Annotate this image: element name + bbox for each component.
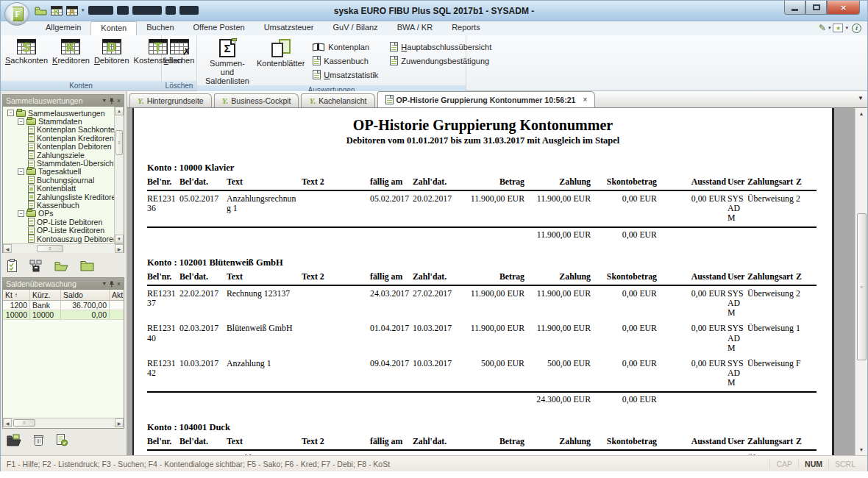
tree-item[interactable]: Kontoauszug Debitoren [3, 235, 124, 243]
num-lock-indicator: NUM [798, 460, 828, 468]
tree-item[interactable]: Kassenbuch [3, 201, 124, 209]
open-folder-icon[interactable] [54, 260, 68, 271]
table-row: RE12314002.03.2017Blütenweiß GmbH01.04.2… [147, 321, 817, 356]
tab-close-icon[interactable]: × [583, 96, 587, 104]
chevron-down-icon[interactable]: ▾ [103, 98, 106, 104]
ribbon-tab-bwa-kr[interactable]: BWA / KR [388, 21, 443, 35]
tree-item[interactable]: OP-Liste Debitoren [3, 218, 124, 226]
checklist-icon[interactable] [7, 259, 18, 273]
tree-item[interactable]: Kontenplan Debitoren [3, 143, 124, 151]
scroll-left-icon[interactable]: ◀ [3, 244, 12, 253]
report-vertical-scrollbar[interactable]: ▲ ≡ ▼ [855, 108, 867, 455]
tab-business-cockpit[interactable]: Y. Business-Cockpit [214, 93, 299, 107]
ribbon-tab-konten[interactable]: Konten [90, 21, 137, 35]
tab-op-historie[interactable]: OP-Historie Gruppierung Kontonummer 10:5… [377, 91, 596, 107]
tab-kachelansicht[interactable]: Y. Kachelansicht [301, 93, 374, 107]
close-button[interactable]: × [827, 1, 860, 15]
skin-dropdown-icon[interactable]: ▾ [845, 25, 848, 31]
pencil-dropdown-icon[interactable]: ▾ [828, 25, 831, 31]
export-structure-icon[interactable] [29, 260, 43, 272]
tree-item[interactable]: Kontenplan Kreditoren [3, 134, 124, 142]
pin-icon[interactable] [109, 281, 114, 288]
tree-item-group[interactable]: -Tagesaktuell [3, 168, 124, 176]
tree-item-group[interactable]: -Stammdaten [3, 117, 124, 125]
page-icon [28, 143, 35, 151]
scroll-left-icon[interactable]: ◀ [3, 418, 12, 427]
page-icon [28, 235, 35, 243]
tree-horizontal-scrollbar[interactable]: ◀ ≡ ▶ [3, 243, 124, 253]
open-folder-doc-icon[interactable] [7, 434, 21, 446]
minimize-button[interactable] [784, 1, 805, 15]
pin-icon[interactable] [109, 98, 114, 104]
chevron-down-icon[interactable]: ▾ [103, 281, 106, 287]
analyses-toolbar [7, 259, 94, 273]
sachkonten-button[interactable]: S Sachkonten [3, 38, 50, 65]
report-section: Konto : 10000 Klavier Bel'nr.Bel'dat.Tex… [147, 163, 832, 240]
keyboard-indicators: CAP NUM SCRL [769, 460, 861, 468]
tree-item[interactable]: Kontenplan Sachkonten [3, 126, 124, 134]
kassenbuch-button[interactable]: Kassenbuch [310, 54, 381, 67]
open-folder-icon[interactable] [35, 6, 47, 15]
tree-item-root[interactable]: -Sammelauswertungen [3, 109, 124, 117]
doc-check-icon[interactable] [56, 433, 68, 446]
close-icon[interactable]: × [117, 98, 121, 104]
close-icon[interactable]: × [117, 281, 121, 287]
info-icon[interactable]: i [852, 24, 861, 33]
tree-item[interactable]: OP-Liste Kreditoren [3, 226, 124, 234]
tab-list-dropdown-icon[interactable]: ▼ [858, 95, 864, 101]
report-page: OP-Historie Gruppierung Kontonummer Debi… [132, 108, 834, 455]
pencil-icon[interactable]: ✎ [819, 23, 826, 33]
scrollbar-thumb[interactable]: ≡ [115, 130, 123, 155]
ribbon-tab-reports[interactable]: Reports [442, 21, 490, 35]
scrollbar-thumb[interactable]: ≡ [13, 419, 35, 427]
ribbon-tab-guv-bilanz[interactable]: GuV / Bilanz [323, 21, 387, 35]
tree-item-group[interactable]: -OPs [3, 210, 124, 218]
page-icon [313, 70, 321, 79]
scroll-down-icon[interactable]: ▼ [856, 444, 867, 455]
scroll-up-icon[interactable]: ▲ [115, 107, 124, 115]
kreditoren-table-icon[interactable]: K [51, 6, 63, 15]
kontenblaetter-button[interactable]: Kontenblätter [255, 38, 307, 68]
tree-item[interactable]: Buchungsjournal [3, 176, 124, 184]
trash-icon[interactable] [33, 434, 44, 446]
ribbon-tab-allgemein[interactable]: Allgemein [36, 21, 90, 35]
debitoren-button[interactable]: D Debitoren [92, 38, 132, 65]
report-page-icon [385, 95, 394, 104]
tree-item[interactable]: Zahlungsliste Kreditoren [3, 193, 124, 201]
kontenplan-button[interactable]: Kontenplan [310, 40, 381, 53]
scrollbar-thumb[interactable]: ≡ [37, 245, 63, 252]
ribbon-tab-buchen[interactable]: Buchen [137, 21, 183, 35]
anlagen-table-icon[interactable]: A [66, 6, 78, 15]
scroll-up-icon[interactable]: ▲ [856, 108, 867, 119]
balance-horizontal-scrollbar[interactable]: ◀ ≡ ▶ [3, 418, 124, 427]
column-header-kuerz[interactable]: Kürz. [30, 290, 61, 300]
scroll-right-icon[interactable]: ▶ [115, 418, 124, 427]
folder-icon [26, 210, 36, 217]
balance-row[interactable]: 1200 Bank 36.700,00 [3, 301, 124, 310]
ribbon-tab-umsatzsteuer[interactable]: Umsatzsteuer [255, 21, 324, 35]
qat-dropdown-icon[interactable]: ▾ [82, 7, 85, 13]
page-icon [28, 226, 35, 235]
column-header-kt[interactable]: Kt ↑ [3, 290, 30, 300]
column-header-saldo[interactable]: Saldo [61, 290, 110, 300]
tree-vertical-scrollbar[interactable]: ▲ ≡ ▼ [114, 107, 124, 243]
kreditoren-button[interactable]: K Kreditoren [50, 38, 92, 65]
subtotal-skonto: 0,00 EUR [592, 227, 658, 240]
maximize-button[interactable] [805, 1, 827, 15]
tree-item[interactable]: Stammdaten-Übersicht [3, 159, 124, 167]
tab-hintergrundseite[interactable]: Y. Hintergrundseite [129, 93, 212, 107]
folder-icon[interactable] [80, 260, 94, 271]
scroll-down-icon[interactable]: ▼ [115, 235, 124, 243]
tree-item[interactable]: Kontenblatt [3, 185, 124, 193]
skin-icon[interactable]: ★ [833, 24, 843, 32]
app-menu-button[interactable]: F [4, 2, 29, 26]
column-header-akt[interactable]: Akt [110, 290, 124, 300]
scroll-right-icon[interactable]: ▶ [115, 244, 124, 253]
page-icon [390, 42, 398, 51]
summen-saldenlisten-button[interactable]: Σ Summen- und Saldenlisten [203, 38, 252, 85]
umsatzstatistik-button[interactable]: Umsatzstatistik [310, 68, 381, 81]
ribbon-tab-offene-posten[interactable]: Offene Posten [184, 21, 255, 35]
tree-item[interactable]: Zahlungsziele [3, 151, 124, 159]
scrollbar-thumb[interactable]: ≡ [857, 213, 867, 360]
balance-row-selected[interactable]: 10000 10000 0,00 [3, 310, 124, 320]
